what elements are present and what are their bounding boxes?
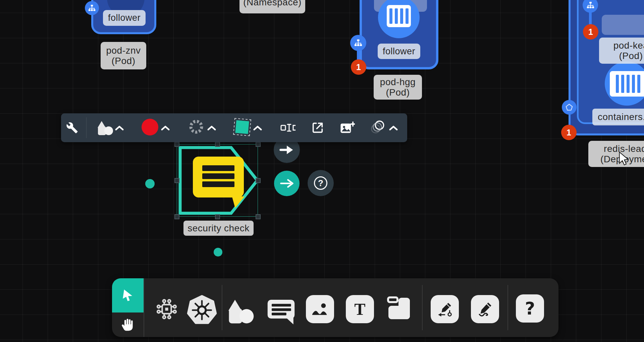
toolbar-divider — [222, 285, 222, 330]
pod-name: pod-hgg — [380, 77, 416, 87]
deployment-badge-icon[interactable] — [562, 100, 577, 115]
connect-arrow-button[interactable] — [274, 171, 300, 196]
alert-badge[interactable]: 1 — [351, 59, 366, 75]
mouse-pointer — [618, 152, 629, 167]
tool-connector-pen[interactable] — [431, 295, 459, 323]
tool-pan-hand[interactable] — [112, 312, 144, 337]
open-in-new-icon[interactable] — [311, 121, 324, 134]
note-body — [388, 306, 410, 319]
alert-count: 1 — [356, 62, 361, 72]
resize-handle-sw[interactable] — [174, 214, 179, 219]
pod-header-band — [602, 15, 644, 35]
alert-badge[interactable]: 1 — [583, 24, 598, 40]
label-redis-leader[interactable]: redis-leader (Deployment) — [588, 141, 644, 167]
image-icon — [311, 301, 329, 317]
cursor-icon — [120, 288, 135, 303]
chevron-up-icon[interactable] — [253, 125, 262, 131]
sitemap-icon — [354, 38, 363, 48]
security-check-text: security check — [187, 223, 249, 233]
tool-image[interactable] — [306, 295, 334, 323]
add-image-icon[interactable] — [340, 121, 355, 134]
pentagon-icon — [565, 103, 574, 112]
label-pod-hgg[interactable]: pod-hgg (Pod) — [374, 75, 422, 100]
chevron-up-icon[interactable] — [207, 125, 216, 131]
pod-kind: (Pod) — [619, 51, 643, 61]
node-pod-hgg[interactable]: follower — [360, 0, 438, 69]
alert-count: 1 — [588, 27, 593, 37]
resize-handle-e[interactable] — [256, 178, 261, 183]
pod-app-label-text: follower — [108, 13, 141, 23]
alert-count: 1 — [567, 128, 571, 137]
pod-app-label: follower — [378, 44, 420, 59]
red-color-swatch[interactable] — [142, 119, 158, 135]
pod-kind: (Pod) — [112, 56, 136, 66]
diagram-canvas[interactable]: follower pod-znv (Pod) (Namespace) follo… — [0, 0, 644, 342]
dashed-ring-swatch[interactable] — [188, 119, 204, 135]
container-icon — [387, 5, 411, 27]
hand-icon — [120, 318, 135, 332]
teal-fill-swatch[interactable] — [235, 120, 249, 134]
pod-app-label-text: follower — [383, 46, 415, 56]
tool-sticky-note[interactable] — [386, 295, 414, 323]
tool-kubernetes[interactable] — [186, 294, 217, 326]
toolbar-divider — [86, 117, 87, 138]
text-tool-glyph: T — [354, 299, 365, 319]
node-pod-znv[interactable]: follower — [91, 0, 156, 34]
toolbar-divider — [507, 285, 508, 330]
arrow-right-icon — [279, 145, 294, 155]
pod-name: pod-kea — [613, 40, 644, 51]
label-namespace[interactable]: (Namespace) — [239, 0, 305, 13]
chevron-up-icon[interactable] — [389, 125, 398, 131]
tool-network-node[interactable] — [155, 297, 179, 321]
sitemap-icon — [88, 4, 96, 12]
arrow-right-icon — [280, 179, 294, 188]
tool-freehand-pen[interactable] — [471, 295, 499, 323]
connector-pen-icon — [436, 301, 453, 318]
opacity-circles-icon[interactable] — [370, 120, 385, 134]
resize-handle-w[interactable] — [174, 178, 179, 183]
namespace-text: (Namespace) — [243, 0, 302, 8]
chevron-up-icon[interactable] — [115, 125, 124, 131]
sitemap-icon — [586, 1, 595, 10]
bottom-toolbar: T ? — [112, 278, 558, 337]
tool-comment[interactable] — [267, 298, 295, 325]
network-badge-icon[interactable] — [350, 35, 366, 51]
help-bubble-button[interactable]: ? — [308, 170, 334, 196]
tool-help[interactable]: ? — [516, 294, 544, 323]
pod-app-label: follower — [103, 10, 146, 26]
question-mark-icon: ? — [314, 176, 327, 190]
pod-name: pod-znv — [106, 45, 141, 56]
shapes-picker-icon[interactable] — [97, 121, 113, 135]
pod-kind: (Pod) — [386, 87, 410, 98]
label-pod-kea[interactable]: pod-kea (Pod) — [599, 38, 644, 64]
container-icon — [610, 71, 644, 97]
tool-text[interactable]: T — [346, 295, 374, 323]
label-security-check[interactable]: security check — [183, 221, 254, 236]
label-containers[interactable]: containers.o — [592, 109, 644, 125]
toolbar-divider — [422, 285, 423, 330]
resize-handle-ne[interactable] — [256, 142, 261, 147]
wrench-icon[interactable] — [66, 122, 78, 134]
note-tab — [387, 296, 398, 303]
security-check-shape[interactable] — [178, 146, 259, 215]
connection-point-left[interactable] — [145, 179, 155, 188]
context-toolbar — [61, 113, 407, 142]
resize-handle-se[interactable] — [256, 214, 261, 219]
freehand-pen-icon — [477, 301, 493, 318]
resize-handle-nw[interactable] — [174, 142, 179, 147]
help-glyph: ? — [525, 298, 535, 319]
containers-text: containers.o — [598, 112, 644, 122]
tool-shapes[interactable] — [227, 298, 254, 325]
network-badge-icon[interactable] — [85, 1, 99, 15]
comment-glyph-icon — [193, 157, 245, 208]
resize-handle-s[interactable] — [215, 214, 220, 219]
label-pod-znv[interactable]: pod-znv (Pod) — [101, 42, 146, 69]
toolbar-divider — [144, 278, 144, 337]
tool-select[interactable] — [112, 278, 144, 312]
connection-point-bottom[interactable] — [214, 248, 222, 256]
resize-handle-n[interactable] — [215, 142, 220, 147]
alert-badge[interactable]: 1 — [561, 125, 577, 140]
chevron-up-icon[interactable] — [161, 125, 170, 131]
text-width-icon[interactable] — [280, 122, 296, 133]
